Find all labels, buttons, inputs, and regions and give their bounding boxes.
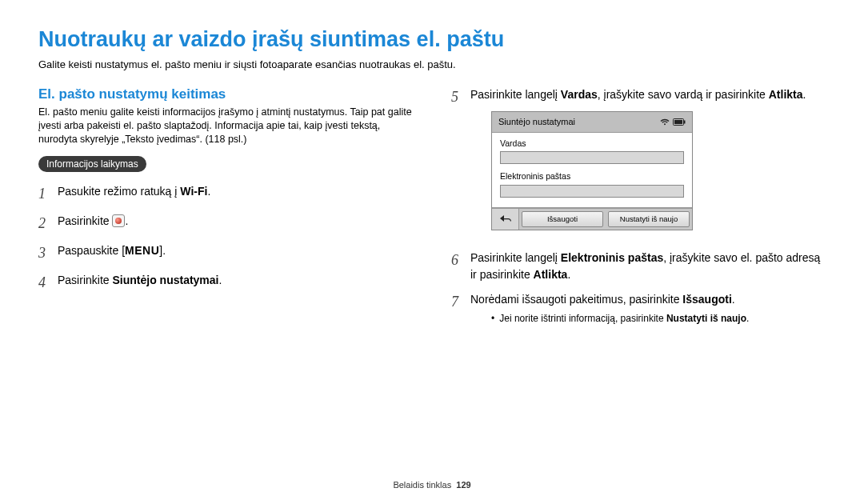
reset-button[interactable]: Nustatyti iš naujo — [608, 211, 690, 227]
step-text: . — [567, 268, 570, 281]
target-icon — [112, 214, 125, 227]
bullet-marker: • — [491, 311, 494, 326]
step-6: 6 Pasirinkite langelį Elektroninis pašta… — [451, 250, 826, 283]
page-number: 129 — [456, 480, 470, 490]
step-bold: Elektroninis paštas — [561, 251, 663, 264]
step-bold: Atlikta — [534, 268, 568, 281]
right-column: 5 Pasirinkite langelį Vardas, įrašykite … — [451, 86, 826, 334]
step-1: 1 Pasukite režimo ratuką į Wi-Fi. — [38, 183, 413, 205]
step-3: 3 Paspauskite [MENU]. — [38, 242, 413, 264]
step-bold: Išsaugoti — [682, 293, 731, 306]
footer-section: Belaidis tinklas — [393, 480, 451, 490]
step-number: 7 — [451, 291, 470, 313]
device-title: Siuntėjo nustatymai — [498, 115, 575, 129]
step-text: Pasirinkite langelį — [470, 88, 561, 101]
menu-label: MENU — [125, 244, 159, 257]
step-number: 6 — [451, 250, 470, 271]
step-number: 3 — [38, 242, 58, 264]
step-number: 1 — [38, 183, 58, 205]
step-text: . — [803, 88, 806, 101]
device-header: Siuntėjo nustatymai — [492, 112, 692, 133]
steps-left: 1 Pasukite režimo ratuką į Wi-Fi. 2 Pasi… — [38, 183, 413, 294]
step-5: 5 Pasirinkite langelį Vardas, įrašykite … — [451, 86, 826, 242]
step-text: ]. — [159, 244, 166, 257]
back-button[interactable] — [492, 209, 519, 230]
intro-text: Galite keisti nustatymus el. pašto meniu… — [38, 58, 826, 70]
two-columns: El. pašto nustatymų keitimas El. pašto m… — [38, 86, 826, 334]
step-text: . — [732, 293, 735, 306]
step-bold: Atlikta — [769, 88, 803, 101]
step-7: 7 Norėdami išsaugoti pakeitimus, pasirin… — [451, 291, 826, 326]
email-input[interactable] — [500, 185, 684, 198]
bullet-bold: Nustatyti iš naujo — [666, 313, 746, 324]
left-column: El. pašto nustatymų keitimas El. pašto m… — [38, 86, 413, 334]
field-label-name: Vardas — [500, 138, 684, 150]
step-text: Pasirinkite — [58, 214, 112, 227]
sub-bullet: • Jei norite ištrinti informaciją, pasir… — [491, 311, 826, 326]
wifi-label: Wi-Fi — [180, 185, 207, 198]
step-text: Pasirinkite langelį — [470, 251, 561, 264]
step-text: , įrašykite savo vardą ir pasirinkite — [598, 88, 769, 101]
device-body: Vardas Elektroninis paštas — [492, 133, 692, 209]
step-bold: Siuntėjo nustatymai — [112, 274, 218, 286]
step-2: 2 Pasirinkite . — [38, 213, 413, 234]
step-text: Paspauskite [ — [58, 244, 125, 257]
step-text: Pasukite režimo ratuką į — [58, 185, 180, 198]
page-footer: Belaidis tinklas 129 — [0, 480, 864, 490]
section-desc: El. pašto meniu galite keisti informacij… — [38, 106, 413, 146]
battery-icon — [673, 118, 686, 126]
step-text: Norėdami išsaugoti pakeitimus, pasirinki… — [470, 293, 682, 306]
step-number: 2 — [38, 213, 58, 234]
save-button[interactable]: Išsaugoti — [522, 211, 603, 227]
step-4: 4 Pasirinkite Siuntėjo nustatymai. — [38, 272, 413, 294]
section-subtitle: El. pašto nustatymų keitimas — [38, 86, 413, 102]
page-title: Nuotraukų ar vaizdo įrašų siuntimas el. … — [38, 27, 826, 52]
device-footer: Išsaugoti Nustatyti iš naujo — [492, 208, 692, 230]
info-badge: Informacijos laikymas — [38, 156, 146, 172]
step-number: 4 — [38, 272, 58, 294]
back-icon — [500, 215, 511, 223]
step-text: . — [219, 274, 222, 286]
step-text: . — [207, 185, 210, 198]
bullet-text: Jei norite ištrinti informaciją, pasirin… — [499, 313, 666, 324]
device-screenshot: Siuntėjo nustatymai Vardas Elektroninis … — [491, 111, 693, 230]
name-input[interactable] — [500, 151, 684, 164]
svg-rect-1 — [674, 120, 682, 124]
step-number: 5 — [451, 86, 470, 108]
svg-rect-2 — [684, 120, 686, 123]
bullet-text: . — [746, 313, 749, 324]
step-text: Pasirinkite — [58, 274, 112, 286]
step-text: . — [125, 214, 128, 227]
field-label-email: Elektroninis paštas — [500, 170, 684, 183]
step-bold: Vardas — [561, 88, 598, 101]
wifi-icon — [660, 118, 670, 126]
steps-right: 5 Pasirinkite langelį Vardas, įrašykite … — [451, 86, 826, 326]
